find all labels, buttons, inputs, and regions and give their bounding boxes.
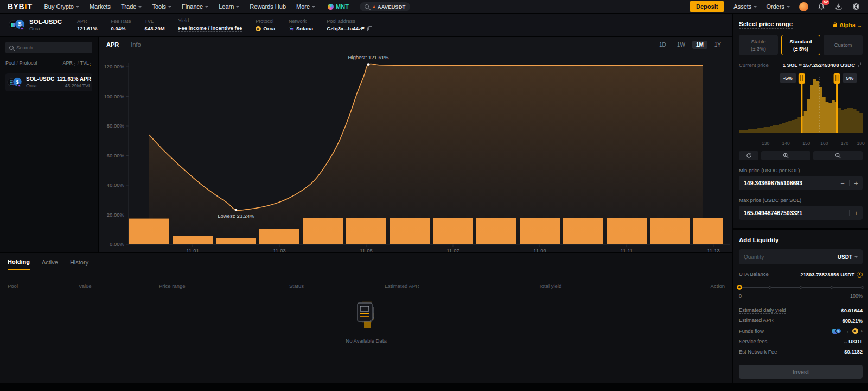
- reset-range-button[interactable]: [739, 151, 758, 160]
- range-option-stable[interactable]: Stable(± 3%): [739, 35, 778, 55]
- language-globe-icon[interactable]: [852, 2, 860, 11]
- min-price-increase-button[interactable]: +: [850, 179, 863, 187]
- detail-label: Est Network Fee: [739, 349, 777, 355]
- positions-panel: HoldingActiveHistory PoolValuePrice rang…: [0, 253, 732, 383]
- mnt-link[interactable]: MNT: [328, 3, 349, 10]
- solana-icon: [289, 26, 294, 31]
- slider-tick[interactable]: [800, 286, 802, 289]
- orders-menu[interactable]: Orders: [766, 3, 790, 10]
- search-ticker: AAVEUSDT: [378, 4, 406, 10]
- stat-value[interactable]: Fee income / incentive fee: [178, 25, 242, 32]
- chain-badge-icon: [20, 26, 24, 31]
- positions-tabs: HoldingActiveHistory: [8, 258, 725, 270]
- nav-item-learn[interactable]: Learn: [219, 3, 239, 10]
- notifications-bell-icon[interactable]: 62: [817, 2, 826, 11]
- tab-active[interactable]: Active: [42, 259, 58, 269]
- pool-stat-pool-address: Pool addressCzfq3x...fu44zE: [327, 18, 372, 31]
- sort-icon[interactable]: [73, 62, 75, 67]
- svg-text:120.00%: 120.00%: [104, 64, 124, 70]
- nav-item-tools[interactable]: Tools: [152, 3, 171, 10]
- max-price-increase-button[interactable]: +: [850, 209, 863, 217]
- chevron-down-icon: [787, 6, 790, 9]
- quantity-currency-select[interactable]: USDT: [838, 254, 858, 260]
- pool-item-pair: SOL-USDC: [26, 76, 54, 82]
- stat-value: Solana: [289, 26, 313, 31]
- nav-item-buy-crypto[interactable]: Buy Crypto: [44, 3, 79, 10]
- quantity-percent-slider[interactable]: [739, 285, 863, 291]
- invest-button[interactable]: Invest: [739, 365, 863, 379]
- range-option-standard[interactable]: Standard(± 5%): [781, 35, 820, 55]
- nav-item-rewards-hub[interactable]: Rewards Hub: [250, 3, 286, 10]
- avatar[interactable]: [799, 2, 808, 11]
- tab-apr[interactable]: APR: [106, 41, 119, 48]
- download-app-icon[interactable]: [834, 2, 843, 11]
- sort-icon-active[interactable]: [90, 62, 92, 67]
- apr-chart-panel: 0.00%20.00%40.00%60.00%80.00%100.00%120.…: [99, 37, 732, 252]
- nav-item-trade[interactable]: Trade: [121, 3, 142, 10]
- stat-label: Fee Rate: [111, 18, 131, 24]
- swap-icon[interactable]: [857, 62, 863, 67]
- svg-text:11-09: 11-09: [533, 248, 546, 252]
- nav-search-box[interactable]: ▲ AAVEUSDT: [360, 2, 410, 11]
- tab-info[interactable]: Info: [131, 41, 141, 48]
- arrow-right-icon: →: [844, 328, 850, 334]
- svg-text:11-07: 11-07: [446, 248, 459, 252]
- detail-value: $0.1182: [844, 349, 863, 355]
- add-funds-icon[interactable]: +: [857, 272, 863, 278]
- section-divider: [733, 228, 868, 230]
- detail-row-estimated-daily-yield: Estimated daily yield$0.01644: [739, 305, 863, 316]
- svg-text:11-11: 11-11: [621, 248, 633, 252]
- nav-item-markets[interactable]: Markets: [90, 3, 111, 10]
- deposit-button[interactable]: Deposit: [690, 1, 724, 12]
- copy-icon[interactable]: [367, 26, 372, 31]
- range-option-name: Custom: [834, 41, 852, 48]
- pool-title-block: SOL-USDC Orca: [29, 18, 62, 31]
- range-option-custom[interactable]: Custom: [824, 35, 863, 55]
- bybit-logo[interactable]: BYBIT: [8, 2, 33, 11]
- stat-value-text: Solana: [296, 26, 313, 31]
- svg-text:100.00%: 100.00%: [104, 93, 124, 99]
- pool-search-box[interactable]: [5, 42, 92, 53]
- col-pool-protocol[interactable]: Pool / Protocol: [5, 60, 37, 67]
- svg-text:11-03: 11-03: [273, 248, 286, 252]
- max-price-decrease-button[interactable]: −: [836, 209, 849, 217]
- range-1w[interactable]: 1W: [673, 41, 689, 49]
- min-price-decrease-button[interactable]: −: [836, 179, 849, 187]
- slider-tick[interactable]: [769, 286, 771, 289]
- pool-search-input[interactable]: [16, 45, 88, 51]
- nav-item-label: Trade: [121, 3, 136, 10]
- pool-list-item-sol-usdc[interactable]: $ SOL-USDC Orca 121.61% APR 43.29M TVL: [5, 73, 92, 91]
- nav-item-label: Tools: [152, 3, 166, 10]
- assets-menu[interactable]: Assets: [733, 3, 757, 10]
- col-apr-tvl[interactable]: APR / TVL: [63, 60, 92, 67]
- funds-flow-icons[interactable]: $→›: [832, 328, 863, 334]
- tab-holding[interactable]: Holding: [8, 258, 30, 270]
- search-icon: [365, 4, 369, 9]
- zoom-in-button[interactable]: [761, 151, 810, 160]
- liquidity-histogram[interactable]: -5% 5%: [739, 72, 863, 140]
- zoom-out-button[interactable]: [813, 151, 863, 160]
- range-1y[interactable]: 1Y: [711, 41, 725, 49]
- col-estimated-apr: Estimated APR: [385, 283, 539, 289]
- col-total-yield: Total yield: [539, 283, 561, 289]
- tab-history[interactable]: History: [70, 259, 88, 269]
- nav-item-finance[interactable]: Finance: [182, 3, 208, 10]
- uta-balance-label: UTA Balance: [739, 271, 769, 278]
- range-option-group: Stable(± 3%)Standard(± 5%)Custom: [739, 35, 863, 55]
- alpha-link[interactable]: Alpha →: [833, 22, 863, 28]
- pool-list-sidebar: Pool / Protocol APR / TVL $ SOL-USDC Orc…: [0, 37, 98, 252]
- min-price-input[interactable]: [744, 180, 836, 186]
- svg-text:20.00%: 20.00%: [107, 212, 125, 218]
- time-range-switcher: 1D1W1M1Y: [655, 41, 725, 49]
- slider-tick[interactable]: [861, 286, 864, 289]
- positions-table-header: PoolValuePrice rangeStatusEstimated APRT…: [8, 283, 725, 289]
- nav-item-more[interactable]: More: [296, 3, 315, 10]
- range-1d[interactable]: 1D: [655, 41, 670, 49]
- quantity-input[interactable]: [744, 254, 838, 260]
- quantity-field: USDT: [739, 249, 863, 264]
- max-price-input[interactable]: [744, 210, 836, 216]
- slider-tick[interactable]: [831, 286, 833, 289]
- slider-handle[interactable]: [737, 285, 742, 290]
- nav-item-label: Rewards Hub: [250, 3, 286, 10]
- range-1m[interactable]: 1M: [692, 41, 707, 49]
